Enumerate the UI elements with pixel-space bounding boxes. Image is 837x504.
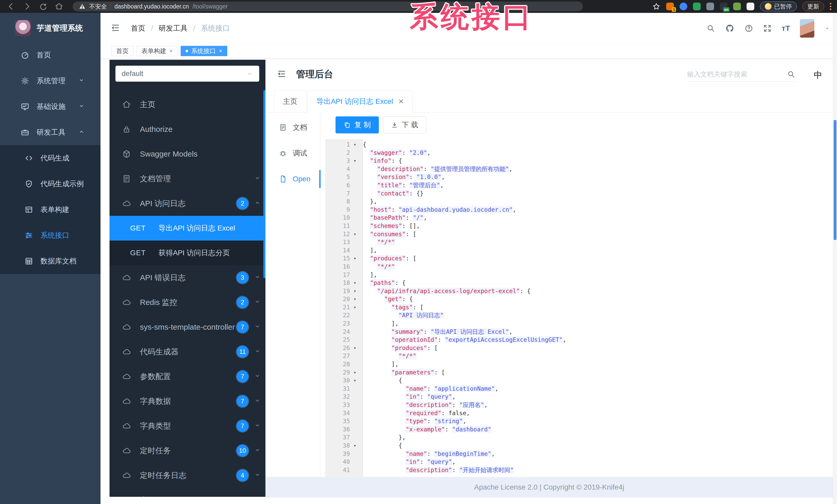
window-scrollbar[interactable] — [833, 13, 837, 504]
font-size-icon[interactable]: тT — [782, 24, 790, 33]
fold-toggle-icon[interactable]: ▾ — [352, 369, 363, 377]
sidebar-collapse-icon[interactable] — [111, 23, 120, 34]
ext-dark-icon[interactable]: on — [720, 3, 728, 10]
paused-button[interactable]: 已暂停 — [760, 2, 797, 11]
window-scrollbar-thumb[interactable] — [834, 120, 836, 240]
tag-system-api[interactable]: 系统接口× — [181, 46, 227, 56]
code-line: 15▾ "produces": [ — [325, 255, 828, 263]
sidebar-item-form-builder[interactable]: 表单构建 — [0, 197, 101, 223]
sidebar-item-system-mgmt[interactable]: 系统管理 — [0, 68, 101, 94]
code-line: 41 "description": "开始开始请求时间" — [325, 466, 828, 474]
close-icon[interactable]: × — [219, 48, 222, 54]
api-group-value: default — [122, 70, 143, 78]
back-icon[interactable] — [7, 2, 16, 11]
doc-tab-export-api-access-log-excel[interactable]: 导出API 访问日志 Excel✕ — [307, 90, 413, 113]
line-number: 16 — [325, 263, 352, 271]
line-number: 7 — [325, 189, 352, 198]
fold-toggle-icon[interactable]: ▾ — [352, 295, 363, 303]
api-group-post[interactable]: 岗位 — [109, 488, 265, 497]
language-toggle[interactable]: 中 — [814, 70, 822, 81]
ext-squares-icon[interactable] — [706, 3, 714, 10]
search-icon[interactable] — [706, 24, 715, 33]
sidebar-item-system-api[interactable]: 系统接口 — [0, 223, 101, 248]
sidebar-item-codegen-demo[interactable]: 代码生成示例 — [0, 171, 101, 197]
fold-toggle-icon[interactable]: ▾ — [352, 141, 363, 149]
doc-search-icon[interactable] — [787, 70, 795, 78]
api-op-get-api-access-log-page[interactable]: GET获得API 访问日志分页 — [109, 241, 265, 265]
download-button[interactable]: 下 载 — [383, 116, 426, 133]
ext-pin-icon[interactable] — [679, 3, 687, 10]
user-avatar[interactable] — [800, 19, 814, 38]
sidebar-item-home[interactable]: 首页 — [0, 42, 101, 68]
api-group-api-error-log[interactable]: API 错误日志3 — [109, 265, 265, 290]
breadcrumb-item[interactable]: 研发工具 — [159, 23, 188, 33]
url-divider — [110, 4, 111, 9]
api-group-authorize[interactable]: Authorize — [109, 117, 265, 142]
fold-toggle-icon[interactable]: ▾ — [352, 230, 363, 239]
api-group-sys-sms-template-controller[interactable]: sys-sms-template-controller7 — [109, 315, 265, 339]
api-group-swagger-models[interactable]: Swagger Models — [109, 142, 265, 166]
ext-sprout-icon[interactable] — [733, 3, 741, 10]
api-group-code-generator[interactable]: 代码生成器11 — [109, 339, 265, 364]
chevron-down-icon — [254, 174, 261, 181]
api-group-select[interactable]: default — [115, 66, 259, 82]
api-op-export-api-access-log[interactable]: GET导出API 访问日志 Excel — [109, 216, 265, 241]
fold-toggle-icon[interactable]: ▾ — [352, 287, 363, 295]
sidebar-item-codegen[interactable]: 代码生成 — [0, 145, 101, 171]
help-icon[interactable] — [745, 24, 753, 33]
doc-collapse-icon[interactable] — [277, 69, 286, 79]
fold-toggle-icon[interactable]: ▾ — [352, 255, 363, 263]
code-line: 2 "swagger": "2.0", — [325, 149, 828, 157]
sidebar-scrollbar[interactable] — [263, 90, 265, 278]
api-group-scheduled-job[interactable]: 定时任务10 — [109, 438, 265, 463]
ext-puzzle-icon[interactable] — [747, 3, 754, 10]
line-number: 24 — [325, 328, 352, 336]
sidebar-item-infrastructure[interactable]: 基础设施 — [0, 94, 101, 119]
fold-toggle-icon[interactable]: ▾ — [352, 344, 363, 352]
side-tab-debug[interactable]: 调试 — [265, 141, 320, 166]
browser-menu-icon[interactable] — [830, 3, 833, 10]
side-tab-document[interactable]: 文档 — [265, 115, 320, 141]
update-button[interactable]: 更新 — [802, 2, 824, 11]
sidebar-item-db-doc[interactable]: 数据库文档 — [0, 248, 101, 274]
ext-orange-icon[interactable]: 1 — [666, 3, 674, 10]
tag-home[interactable]: 首页 — [111, 46, 133, 56]
doc-search-input[interactable] — [687, 70, 774, 78]
bookmark-star-icon[interactable] — [652, 2, 660, 11]
api-group-dict-type[interactable]: 字典类型7 — [109, 414, 265, 438]
fold-toggle-icon[interactable]: ▾ — [352, 442, 363, 450]
api-group-doc-mgmt[interactable]: 文档管理 — [109, 166, 265, 191]
file-icon — [279, 175, 287, 183]
chevron-down-icon — [254, 274, 261, 280]
fold-toggle-icon[interactable]: ▾ — [352, 157, 363, 165]
close-icon[interactable]: × — [169, 48, 173, 54]
forward-icon[interactable] — [23, 2, 32, 11]
count-badge: 7 — [236, 321, 248, 333]
tag-form-builder[interactable]: 表单构建× — [137, 46, 178, 56]
fold-toggle-icon[interactable]: ▾ — [352, 376, 363, 385]
fold-spacer — [352, 328, 363, 336]
fold-toggle-icon[interactable]: ▾ — [352, 279, 363, 287]
api-group-api-access-log[interactable]: API 访问日志2 — [109, 191, 265, 216]
reload-icon[interactable] — [39, 2, 48, 11]
fold-toggle-icon[interactable]: ▾ — [352, 303, 363, 312]
doc-tab-doc-home[interactable]: 主页 — [274, 90, 306, 112]
copy-button[interactable]: 复 制 — [336, 116, 379, 133]
github-icon[interactable] — [725, 23, 735, 33]
api-group-dict-data[interactable]: 字典数据7 — [109, 389, 265, 414]
avatar-caret-icon[interactable] — [824, 25, 830, 32]
breadcrumb-item[interactable]: 首页 — [131, 23, 145, 33]
api-group-redis-monitor[interactable]: Redis 监控2 — [109, 290, 265, 315]
ext-green-v-icon[interactable] — [693, 3, 701, 10]
home-icon[interactable] — [55, 2, 64, 11]
api-group-scheduled-job-log[interactable]: 定时任务日志4 — [109, 463, 265, 488]
code-editor[interactable]: 1▾{2 "swagger": "2.0",3▾ "info": {4 "des… — [325, 141, 828, 477]
side-tab-open[interactable]: Open — [265, 166, 320, 192]
api-group-homepage[interactable]: 主页 — [109, 92, 265, 117]
close-icon[interactable]: ✕ — [398, 98, 404, 106]
fold-spacer — [352, 271, 363, 279]
api-group-param-config[interactable]: 参数配置7 — [109, 364, 265, 389]
sidebar-item-dev-tools[interactable]: 研发工具 — [0, 119, 101, 145]
fullscreen-icon[interactable] — [763, 24, 772, 33]
line-number: 28 — [325, 360, 352, 369]
